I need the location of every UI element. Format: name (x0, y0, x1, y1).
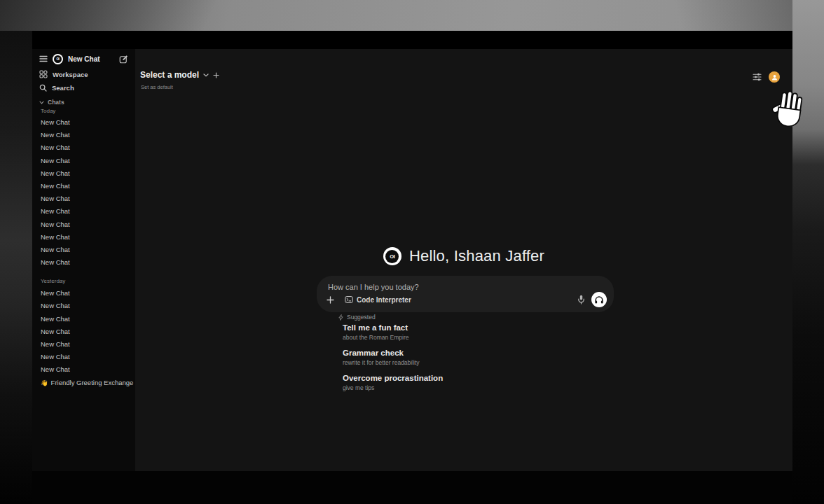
chat-history-list: Today New ChatNew ChatNew ChatNew ChatNe… (32, 106, 135, 389)
chevron-down-icon (203, 74, 209, 77)
greeting-block: OI Hello, Ishaan Jaffer (135, 247, 792, 265)
chat-list-item[interactable]: New Chat (32, 326, 135, 338)
composer-right-controls (577, 292, 607, 307)
suggestion-title: Overcome procrastination (343, 374, 553, 382)
new-chat-pencil-icon[interactable] (119, 55, 128, 64)
app-top-strip (32, 31, 792, 49)
suggestion-title: Grammar check (343, 349, 553, 357)
sidebar-title: New Chat (68, 55, 100, 63)
named-chat-title: Friendly Greeting Exchange (51, 377, 134, 389)
add-model-plus-icon[interactable] (213, 72, 219, 78)
chat-list-item[interactable]: New Chat (32, 192, 135, 205)
greeting-text: Hello, Ishaan Jaffer (409, 247, 544, 265)
openwebui-logo-icon: OI (383, 247, 401, 265)
chat-list-item[interactable]: New Chat (32, 300, 135, 312)
message-composer[interactable]: How can I help you today? Code Interpret… (317, 276, 614, 312)
suggestion-item[interactable]: Tell me a fun fact about the Roman Empir… (343, 323, 553, 341)
sidebar-toggle-icon[interactable] (39, 55, 48, 62)
chat-list-item[interactable]: New Chat (32, 129, 135, 141)
chat-list-item[interactable]: New Chat (32, 205, 135, 218)
chat-list-item[interactable]: New Chat (32, 338, 135, 351)
chat-list-item[interactable]: New Chat (32, 244, 135, 256)
bolt-icon (338, 314, 343, 321)
suggestion-subtitle: give me tips (343, 384, 553, 391)
wave-emoji: 👋 (41, 377, 48, 389)
chat-list-item[interactable]: New Chat (32, 167, 135, 180)
chat-list-item[interactable]: New Chat (32, 256, 135, 269)
microphone-icon[interactable] (577, 295, 585, 304)
chevron-down-icon (39, 101, 44, 104)
openwebui-logo-icon: OI (53, 54, 63, 64)
backdrop-bottom (32, 471, 792, 504)
suggestion-title: Tell me a fun fact (343, 323, 553, 332)
chat-list-item[interactable]: New Chat (32, 231, 135, 244)
workspace-grid-icon (39, 70, 48, 78)
attach-plus-icon[interactable] (327, 296, 334, 304)
suggestion-subtitle: rewrite it for better readability (343, 359, 553, 366)
voice-call-button[interactable] (591, 292, 607, 307)
set-as-default-button[interactable]: Set as default (141, 84, 173, 90)
screen: OI New Chat Workspace Search (0, 0, 824, 504)
search-icon (39, 84, 47, 92)
suggestion-item[interactable]: Grammar check rewrite it for better read… (343, 349, 553, 366)
sidebar-header: OI New Chat (32, 52, 135, 66)
chat-list-item[interactable]: New Chat (32, 116, 135, 129)
chat-group-label-today: Today (32, 106, 135, 116)
chat-list-item[interactable]: New Chat (32, 287, 135, 300)
topbar-right-controls (753, 71, 780, 83)
settings-sliders-icon[interactable] (753, 73, 762, 81)
code-interpreter-toggle[interactable]: Code Interpreter (341, 293, 416, 306)
chat-list-item[interactable]: New Chat (32, 363, 135, 376)
chat-group-label-yesterday: Yesterday (32, 276, 135, 287)
sidebar-item-search[interactable]: Search (32, 80, 135, 94)
backdrop-top (0, 0, 824, 31)
chat-list-item[interactable]: New Chat (32, 180, 135, 192)
code-interpreter-icon (345, 295, 353, 304)
main-content: Select a model Set as default (135, 49, 792, 471)
suggestion-list: Tell me a fun fact about the Roman Empir… (343, 323, 553, 399)
user-avatar[interactable] (769, 71, 780, 83)
chat-list-item[interactable]: New Chat (32, 141, 135, 154)
app-window: OI New Chat Workspace Search (32, 31, 792, 471)
suggestion-item[interactable]: Overcome procrastination give me tips (343, 374, 553, 391)
chat-list-item-named[interactable]: 👋 Friendly Greeting Exchange (32, 377, 135, 389)
sidebar: OI New Chat Workspace Search (32, 31, 135, 471)
chat-list-item[interactable]: New Chat (32, 351, 135, 363)
backdrop-left (0, 31, 32, 504)
model-selector[interactable]: Select a model (140, 70, 219, 80)
chat-list-item[interactable]: New Chat (32, 155, 135, 167)
sidebar-item-workspace[interactable]: Workspace (32, 67, 135, 81)
suggestion-subtitle: about the Roman Empire (343, 334, 553, 341)
composer-placeholder[interactable]: How can I help you today? (328, 283, 419, 291)
suggested-header: Suggested (338, 314, 376, 321)
backdrop-right (792, 0, 824, 504)
composer-toolbar: Code Interpreter (317, 292, 614, 307)
chat-list-item[interactable]: New Chat (32, 313, 135, 326)
chat-list-item[interactable]: New Chat (32, 218, 135, 231)
